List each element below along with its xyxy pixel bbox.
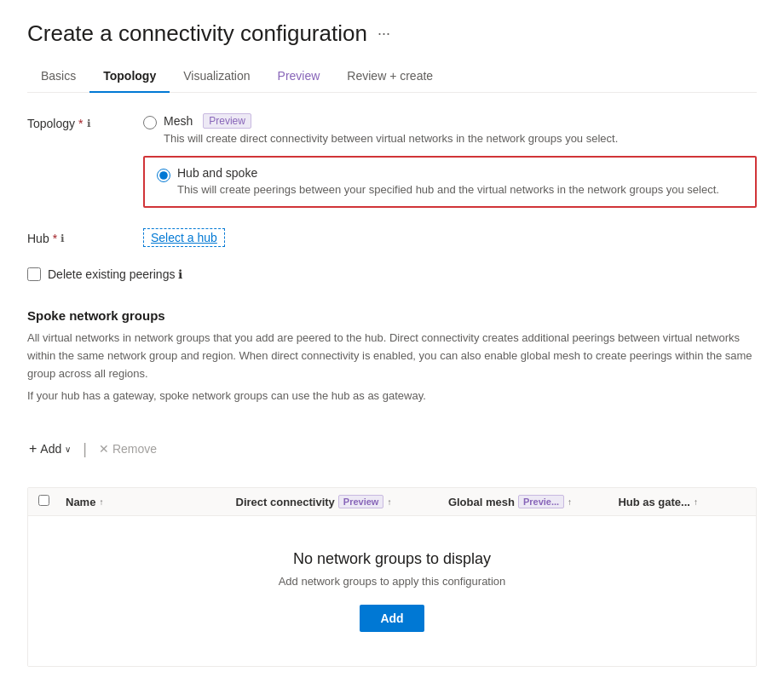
col-header-hub[interactable]: Hub as gate... ↑ (618, 496, 746, 508)
table-header: Name ↑ Direct connectivity Preview ↑ Glo… (28, 488, 756, 516)
chevron-down-icon: ∨ (65, 445, 71, 454)
remove-label: Remove (112, 442, 157, 456)
tab-visualization[interactable]: Visualization (170, 60, 263, 93)
delete-peerings-label[interactable]: Delete existing peerings ℹ (48, 267, 182, 281)
topology-info-icon[interactable]: ℹ (87, 118, 91, 129)
hub-spoke-option: Hub and spoke This will create peerings … (157, 166, 743, 198)
empty-state-title: No network groups to display (45, 550, 739, 568)
hub-spoke-desc: This will create peerings between your s… (177, 181, 719, 198)
hub-spoke-label[interactable]: Hub and spoke (177, 166, 257, 180)
col-header-direct[interactable]: Direct connectivity Preview ↑ (236, 495, 448, 508)
direct-preview-badge: Preview (338, 495, 384, 508)
spoke-toolbar: + Add ∨ | ✕ Remove (27, 438, 757, 460)
mesh-option: Mesh Preview This will create direct con… (143, 113, 757, 147)
form-section: Topology * ℹ Mesh Preview This will crea… (27, 113, 757, 667)
delete-peerings-checkbox[interactable] (27, 267, 41, 281)
page-title-text: Create a connectivity configuration (27, 20, 367, 47)
tab-review[interactable]: Review + create (333, 60, 447, 93)
hub-info-icon[interactable]: ℹ (61, 233, 65, 244)
tab-preview[interactable]: Preview (264, 60, 334, 93)
remove-icon: ✕ (99, 442, 109, 456)
topology-options: Mesh Preview This will create direct con… (143, 113, 757, 211)
select-all-checkbox[interactable] (38, 495, 49, 506)
remove-button[interactable]: ✕ Remove (97, 439, 159, 459)
network-groups-table: Name ↑ Direct connectivity Preview ↑ Glo… (27, 487, 757, 667)
hub-sort-icon[interactable]: ↑ (694, 497, 698, 507)
hub-field: Hub * ℹ Select a hub (27, 228, 757, 247)
spoke-groups-section: Spoke network groups All virtual network… (27, 301, 757, 411)
empty-state: No network groups to display Add network… (28, 516, 756, 666)
topology-field: Topology * ℹ Mesh Preview This will crea… (27, 113, 757, 211)
spoke-groups-desc2: If your hub has a gateway, spoke network… (27, 388, 757, 405)
col-header-global[interactable]: Global mesh Previe... ↑ (448, 495, 619, 508)
add-label: Add (40, 442, 61, 456)
topology-required: * (78, 117, 83, 130)
empty-state-add-button[interactable]: Add (360, 605, 424, 632)
hub-select: Select a hub (143, 228, 757, 247)
hub-required: * (53, 232, 57, 245)
page-title: Create a connectivity configuration ··· (27, 20, 757, 47)
header-checkbox-cell (38, 495, 66, 508)
spoke-groups-desc1: All virtual networks in network groups t… (27, 330, 757, 382)
tab-topology[interactable]: Topology (89, 60, 170, 93)
tab-bar: Basics Topology Visualization Preview Re… (27, 60, 757, 93)
spoke-groups-heading: Spoke network groups (27, 308, 757, 323)
delete-peerings-info-icon[interactable]: ℹ (178, 267, 182, 281)
delete-peerings-row: Delete existing peerings ℹ (27, 267, 757, 281)
select-hub-link[interactable]: Select a hub (143, 228, 225, 247)
tab-basics[interactable]: Basics (27, 60, 89, 93)
direct-sort-icon[interactable]: ↑ (387, 497, 391, 507)
hub-spoke-box: Hub and spoke This will create peerings … (143, 156, 757, 209)
add-icon: + (29, 441, 37, 456)
topology-label: Topology * ℹ (27, 113, 130, 130)
col-header-name[interactable]: Name ↑ (66, 496, 236, 508)
mesh-radio[interactable] (143, 116, 157, 129)
name-sort-icon[interactable]: ↑ (99, 497, 103, 507)
mesh-desc: This will create direct connectivity bet… (164, 130, 618, 147)
hub-label: Hub * ℹ (27, 228, 130, 245)
add-button[interactable]: + Add ∨ (27, 438, 72, 460)
toolbar-separator: | (79, 440, 90, 458)
mesh-label[interactable]: Mesh (164, 114, 193, 128)
page-title-ellipsis[interactable]: ··· (378, 25, 390, 43)
global-preview-badge: Previe... (518, 495, 564, 508)
empty-state-desc: Add network groups to apply this configu… (45, 575, 739, 588)
hub-spoke-radio[interactable] (157, 169, 170, 182)
global-sort-icon[interactable]: ↑ (568, 497, 572, 507)
mesh-preview-badge: Preview (203, 113, 251, 129)
